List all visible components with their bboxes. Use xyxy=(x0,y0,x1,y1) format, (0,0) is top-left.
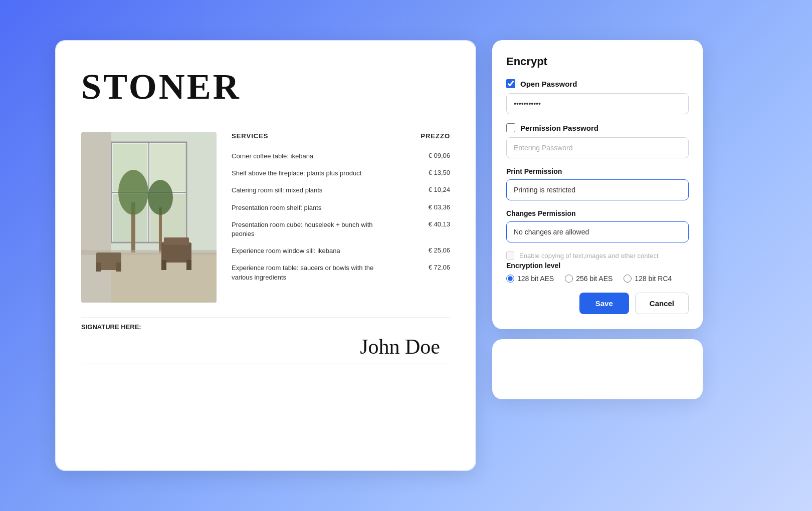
document-image xyxy=(81,132,217,303)
service-name: Experience room table: saucers or bowls … xyxy=(232,264,382,282)
service-name: Corner coffee table: ikebana xyxy=(232,152,313,161)
service-price: € 13,50 xyxy=(429,169,450,178)
signature-label: SIGNATURE HERE: xyxy=(81,323,450,331)
permission-password-checkbox-label[interactable]: Permission Password xyxy=(506,123,689,132)
svg-point-12 xyxy=(118,170,148,215)
services-column-header: SERVICES xyxy=(232,132,269,140)
save-button[interactable]: Save xyxy=(579,293,629,314)
encryption-level-label: Encryption level xyxy=(506,262,689,270)
encryption-option-128aes[interactable]: 128 bit AES xyxy=(506,275,554,283)
svg-rect-16 xyxy=(161,242,191,263)
service-price: € 40,13 xyxy=(429,220,450,238)
services-rows: Corner coffee table: ikebana € 09,06 She… xyxy=(232,148,450,286)
service-price: € 10,24 xyxy=(429,186,450,195)
encryption-option-128rc4[interactable]: 128 bit RC4 xyxy=(624,275,672,283)
permission-password-label: Permission Password xyxy=(520,124,598,132)
service-row: Presentation room cube: houseleek + bunc… xyxy=(232,216,450,242)
radio-128rc4[interactable] xyxy=(624,275,632,283)
document-content: SERVICES PREZZO Corner coffee table: ike… xyxy=(81,132,450,303)
signature-top-divider xyxy=(81,318,450,318)
service-name: Presentation room cube: houseleek + bunc… xyxy=(232,220,382,238)
main-container: STONER xyxy=(55,40,757,471)
svg-rect-18 xyxy=(161,260,166,270)
encryption-option-256aes[interactable]: 256 bit AES xyxy=(565,275,613,283)
services-table-header: SERVICES PREZZO xyxy=(232,132,450,140)
changes-permission-group: Changes Permission xyxy=(506,209,689,242)
svg-rect-21 xyxy=(96,263,101,272)
service-row: Experience room table: saucers or bowls … xyxy=(232,260,450,286)
encrypt-title: Encrypt xyxy=(506,55,689,68)
price-column-header: PREZZO xyxy=(421,132,450,140)
service-name: Catering room sill: mixed plants xyxy=(232,186,322,195)
encryption-level-group: Encryption level 128 bit AES 256 bit AES… xyxy=(506,262,689,283)
service-row: Catering room sill: mixed plants € 10,24 xyxy=(232,182,450,199)
radio-256aes-label: 256 bit AES xyxy=(576,275,613,283)
radio-128aes-label: 128 bit AES xyxy=(517,275,554,283)
copy-text-group: Enable copying of text,images and other … xyxy=(506,251,689,260)
svg-rect-19 xyxy=(186,260,191,270)
signature-bottom-divider xyxy=(81,364,450,364)
open-password-checkbox-label[interactable]: Open Password xyxy=(506,79,689,88)
service-name: Presentation room shelf: plants xyxy=(232,203,321,212)
service-name: Shelf above the fireplace: plants plus p… xyxy=(232,169,361,178)
service-row: Shelf above the fireplace: plants plus p… xyxy=(232,165,450,182)
signature: John Doe xyxy=(81,335,450,359)
open-password-group: Open Password xyxy=(506,79,689,114)
svg-rect-17 xyxy=(164,237,189,245)
empty-card xyxy=(492,339,703,399)
print-permission-group: Print Permission xyxy=(506,167,689,200)
document-panel: STONER xyxy=(55,40,476,471)
service-price: € 72,06 xyxy=(429,264,450,282)
service-price: € 09,06 xyxy=(429,152,450,161)
radio-128rc4-label: 128 bit RC4 xyxy=(635,275,672,283)
services-table: SERVICES PREZZO Corner coffee table: ike… xyxy=(232,132,450,303)
svg-point-13 xyxy=(148,180,173,215)
print-permission-input[interactable] xyxy=(506,179,689,200)
copy-text-checkbox xyxy=(506,251,514,260)
action-buttons: Save Cancel xyxy=(506,293,689,314)
encrypt-card: Encrypt Open Password Permission Passwor… xyxy=(492,40,703,329)
encryption-radio-group: 128 bit AES 256 bit AES 128 bit RC4 xyxy=(506,275,689,283)
radio-256aes[interactable] xyxy=(565,275,573,283)
title-divider xyxy=(81,117,450,117)
permission-password-group: Permission Password xyxy=(506,123,689,158)
signature-section: SIGNATURE HERE: John Doe xyxy=(81,318,450,364)
svg-rect-22 xyxy=(116,263,121,272)
print-permission-label: Print Permission xyxy=(506,167,689,175)
service-price: € 03,36 xyxy=(429,203,450,212)
svg-rect-14 xyxy=(81,132,111,303)
permission-password-input[interactable] xyxy=(506,137,689,158)
copy-text-label: Enable copying of text,images and other … xyxy=(519,252,659,260)
cancel-button[interactable]: Cancel xyxy=(635,293,689,314)
service-price: € 25,06 xyxy=(429,246,450,256)
open-password-checkbox[interactable] xyxy=(506,79,515,88)
changes-permission-label: Changes Permission xyxy=(506,209,689,217)
open-password-label: Open Password xyxy=(520,80,577,88)
radio-128aes[interactable] xyxy=(506,275,514,283)
service-row: Presentation room shelf: plants € 03,36 xyxy=(232,199,450,216)
service-row: Experience room window sill: ikebana € 2… xyxy=(232,242,450,260)
permission-password-checkbox[interactable] xyxy=(506,123,515,132)
encrypt-panel: Encrypt Open Password Permission Passwor… xyxy=(492,40,703,399)
service-row: Corner coffee table: ikebana € 09,06 xyxy=(232,148,450,165)
document-title: STONER xyxy=(81,66,450,108)
service-name: Experience room window sill: ikebana xyxy=(232,246,340,256)
open-password-input[interactable] xyxy=(506,93,689,114)
changes-permission-input[interactable] xyxy=(506,221,689,242)
